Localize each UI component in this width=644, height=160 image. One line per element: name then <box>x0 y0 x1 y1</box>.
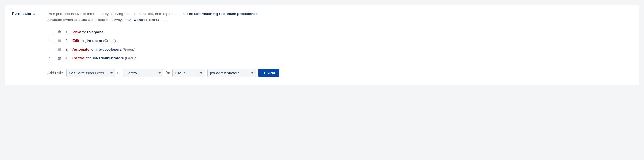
rule-type: (Group) <box>103 39 116 43</box>
rule-number: 4. <box>65 56 70 60</box>
description-part1: User permission level is calculated by a… <box>47 12 186 16</box>
plus-icon: ＋ <box>262 71 267 75</box>
arrow-down-icon <box>53 47 55 51</box>
description-end: permissions. <box>148 18 168 22</box>
permission-level-dropdown[interactable]: View Edit Automate Control <box>123 69 163 77</box>
table-row: 3. Automate for jira-developers (Group) <box>47 45 632 54</box>
move-down-button[interactable] <box>52 38 56 43</box>
move-down-button[interactable] <box>52 29 56 34</box>
add-rule-label: Add Rule <box>47 71 63 75</box>
rules-list: 1. View for Everyone <box>47 27 632 62</box>
permissions-content: User permission level is calculated by a… <box>47 11 632 77</box>
rule-target: Everyone <box>87 30 104 34</box>
arrow-up-icon <box>48 56 50 60</box>
rule-1-actions <box>47 29 64 34</box>
delete-button[interactable] <box>57 56 62 60</box>
rule-type: (Group) <box>123 47 135 51</box>
arrow-up-icon <box>48 47 50 51</box>
rule-text: Automate for jira-developers (Group) <box>72 47 135 51</box>
set-permission-level-dropdown[interactable]: Set Permission Level <box>66 69 115 77</box>
table-row: 1. View for Everyone <box>47 27 632 36</box>
permission-level: View <box>72 30 81 34</box>
delete-button[interactable] <box>57 38 62 43</box>
rule-target: jira-developers <box>96 47 122 51</box>
for-text: for <box>166 71 170 75</box>
add-rule-button[interactable]: ＋ Add <box>258 69 279 77</box>
permission-level: Edit <box>72 39 79 43</box>
rule-number: 1. <box>65 30 70 34</box>
rule-4-actions <box>47 56 64 60</box>
rule-number: 2. <box>65 39 70 43</box>
rule-2-actions <box>47 38 64 43</box>
trash-icon <box>58 30 61 34</box>
rule-3-actions <box>47 47 64 52</box>
table-row: 4. Control for jira-administrators (Grou… <box>47 54 632 62</box>
trash-icon <box>58 47 61 51</box>
entity-dropdown[interactable]: jira-administrators jira-users jira-deve… <box>207 69 256 77</box>
for-text: for <box>80 39 86 43</box>
arrow-down-icon <box>53 30 55 34</box>
add-button-label: Add <box>268 71 275 75</box>
for-text: for <box>90 47 96 51</box>
move-up-button[interactable] <box>47 56 51 60</box>
arrow-up-icon <box>48 39 50 42</box>
permissions-section: Permissions User permission level is cal… <box>5 5 639 85</box>
permission-level: Control <box>72 56 85 60</box>
permission-level: Automate <box>72 47 89 51</box>
move-up-button[interactable] <box>47 47 51 52</box>
to-text: to <box>117 71 121 75</box>
description-part2: Structure owner and Jira administrators … <box>47 18 133 22</box>
rule-text: Edit for jira-users (Group) <box>72 39 116 43</box>
move-down-button[interactable] <box>52 47 56 52</box>
rule-target: jira-administrators <box>92 56 124 60</box>
add-rule-bar: Add Rule Set Permission Level to View Ed… <box>47 69 632 77</box>
for-text: for <box>82 30 87 34</box>
rule-number: 3. <box>65 47 70 51</box>
description-control: Control <box>134 18 147 22</box>
delete-button[interactable] <box>57 29 62 34</box>
rule-text: View for Everyone <box>72 30 104 34</box>
rule-type: (Group) <box>125 56 138 60</box>
for-text: for <box>86 56 92 60</box>
trash-icon <box>58 39 61 42</box>
move-up-button[interactable] <box>47 38 51 43</box>
trash-icon <box>58 56 61 60</box>
group-type-dropdown[interactable]: Group User Project Role Anyone <box>172 69 205 77</box>
arrow-down-icon <box>53 39 55 42</box>
delete-button[interactable] <box>57 47 62 52</box>
description-bold: The last matching rule takes precedence. <box>187 12 258 16</box>
rule-target: jira-users <box>86 39 102 43</box>
permissions-label: Permissions <box>12 11 47 77</box>
rule-text: Control for jira-administrators (Group) <box>72 56 138 60</box>
description: User permission level is calculated by a… <box>47 11 632 23</box>
table-row: 2. Edit for jira-users (Group) <box>47 36 632 45</box>
